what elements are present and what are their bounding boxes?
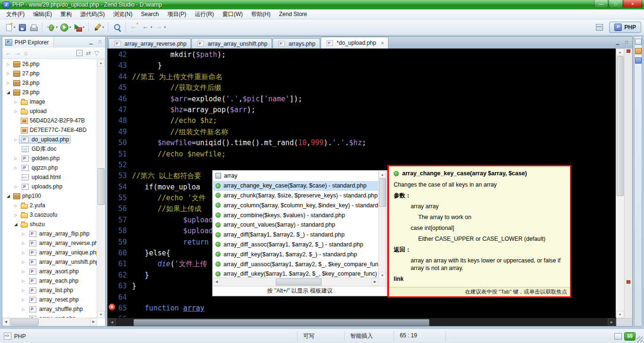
scroll-left-icon[interactable]: ◀ — [213, 278, 220, 286]
editor-tab[interactable]: *do_upload.php× — [321, 37, 389, 49]
autocomplete-item[interactable]: array_diff_key($array1, $array2, $_) - s… — [213, 249, 379, 259]
scroll-up-icon[interactable]: ▲ — [379, 171, 386, 178]
menu-item[interactable]: 运行(R) — [190, 9, 218, 19]
tree-item[interactable]: ▷array_asort.php — [2, 267, 97, 276]
tree-item[interactable]: ▷array_each.php — [2, 276, 97, 286]
autocomplete-item[interactable]: array — [213, 171, 379, 181]
run-button[interactable]: ▾ — [58, 22, 72, 33]
scroll-down-icon[interactable]: ▼ — [616, 311, 624, 318]
twistie-icon[interactable]: ◢ — [13, 222, 19, 227]
scrollbar-thumb[interactable] — [276, 278, 322, 286]
scroll-right-icon[interactable]: ▶ — [372, 278, 379, 286]
dropdown-caret-icon[interactable]: ▾ — [164, 25, 166, 29]
maximize-window-button[interactable]: □ — [609, 0, 623, 8]
tree-item[interactable]: ▷array_list.php — [2, 286, 97, 295]
forward-button[interactable]: ▾ — [153, 22, 167, 33]
home-icon[interactable]: ⌂ — [24, 49, 28, 57]
status-badge[interactable]: 69 — [624, 332, 636, 341]
menu-item[interactable]: 帮助(H) — [247, 9, 275, 19]
tree-item[interactable]: ▷array_array_unique.php — [2, 248, 97, 257]
twistie-icon[interactable]: ◢ — [5, 90, 11, 95]
tree-item[interactable]: ◢shuzu — [2, 220, 97, 229]
twistie-icon[interactable]: ▷ — [13, 185, 19, 189]
twistie-icon[interactable]: ▷ — [13, 204, 19, 208]
scroll-up-icon[interactable]: ▲ — [616, 49, 624, 56]
tree-item[interactable]: 56D4D2A2-B2F9-47B — [2, 116, 97, 125]
tree-item[interactable]: ▷image — [2, 97, 97, 106]
twistie-icon[interactable]: ▷ — [5, 62, 11, 66]
autocomplete-item[interactable]: array_count_values($array) - standard.ph… — [213, 220, 379, 230]
forward-icon[interactable]: → — [15, 49, 21, 57]
scrollbar-thumb[interactable] — [379, 179, 386, 207]
menu-item[interactable]: 浏览(N) — [109, 9, 137, 19]
dropdown-caret-icon[interactable]: ▾ — [14, 25, 16, 29]
pencil-button[interactable]: ▾ — [91, 22, 105, 33]
scroll-right-icon[interactable]: ▶ — [90, 318, 97, 326]
tree-item[interactable]: ▷2.yufa — [2, 201, 97, 210]
tree-item[interactable]: ▷array_array_unshift.php — [2, 257, 97, 267]
tree-item[interactable]: ▷uploads.php — [2, 182, 97, 191]
tree-item[interactable]: ▷upload — [2, 106, 97, 116]
tree-item[interactable]: ▷array_array_reverse.php — [2, 238, 97, 248]
autocomplete-item[interactable]: array_change_key_case($array, $case) - s… — [213, 181, 379, 191]
autocomplete-horizontal-scrollbar[interactable]: ◀ ▶ — [213, 278, 379, 286]
twistie-icon[interactable]: ▷ — [13, 109, 19, 114]
autocomplete-item[interactable]: array_diff_uassoc($array1, $array2, $_, … — [213, 259, 379, 269]
twistie-icon[interactable]: ▷ — [13, 166, 19, 170]
scroll-down-icon[interactable]: ▼ — [97, 311, 105, 318]
autocomplete-item[interactable]: array_diff($array1, $array2, $_) - stand… — [213, 230, 379, 240]
close-tab-icon[interactable]: × — [381, 40, 384, 46]
link-with-editor-icon[interactable]: ⇄ — [86, 49, 91, 57]
minimize-editor-icon[interactable]: ▁ — [614, 39, 621, 45]
menu-item[interactable]: 窗口(W) — [218, 9, 247, 19]
tree-item[interactable]: ◢php100 — [2, 191, 97, 201]
scrollbar-thumb[interactable] — [617, 56, 624, 196]
menu-item[interactable]: 重构 — [56, 9, 76, 19]
php-perspective-button[interactable]: PHP — [609, 22, 641, 33]
twistie-icon[interactable]: ▷ — [5, 81, 11, 85]
minimized-outline-view-icon[interactable] — [635, 48, 642, 54]
twistie-icon[interactable]: ▷ — [13, 100, 19, 104]
tree-item[interactable]: ▷28.php — [2, 78, 97, 88]
tree-item[interactable]: DE7EE77C-74E8-4BD — [2, 125, 97, 135]
autocomplete-item[interactable]: array_diff_assoc($array1, $array2, $_) -… — [213, 240, 379, 250]
tree-item[interactable]: ▷27.php — [2, 69, 97, 78]
scroll-left-icon[interactable]: ◀ — [108, 318, 116, 326]
tree-item[interactable]: upload.html — [2, 172, 97, 182]
search-button[interactable] — [111, 22, 123, 33]
autocomplete-item[interactable]: array_chunk($array, $size, $preserve_key… — [213, 191, 379, 201]
scrollbar-thumb[interactable] — [98, 168, 105, 205]
dropdown-caret-icon[interactable]: ▾ — [83, 25, 85, 29]
twistie-icon[interactable]: ◢ — [5, 194, 11, 198]
menu-item[interactable]: 源代码(S) — [76, 9, 109, 19]
tree-item[interactable]: ▷qqzzn.php — [2, 163, 97, 172]
minimize-window-button[interactable]: — — [594, 0, 608, 8]
dropdown-caret-icon[interactable]: ▾ — [56, 25, 58, 29]
menu-item[interactable]: 项目(P) — [163, 9, 190, 19]
tree-item[interactable]: ▷array_reset.php — [2, 295, 97, 304]
menu-item[interactable]: Zend Store — [275, 10, 311, 18]
tree-item[interactable]: ▷array_shuffle.php — [2, 304, 97, 314]
editor-vertical-scrollbar[interactable]: ▲ ▼ — [616, 49, 624, 318]
maximize-editor-icon[interactable]: □ — [623, 39, 630, 45]
twistie-icon[interactable]: ▷ — [20, 241, 26, 245]
resize-grip-icon[interactable] — [637, 336, 643, 343]
error-overview-mark[interactable] — [627, 49, 630, 53]
collapse-all-icon[interactable]: − — [76, 50, 83, 56]
close-window-button[interactable]: × — [623, 0, 642, 8]
dropdown-caret-icon[interactable]: ▾ — [69, 25, 71, 29]
twistie-icon[interactable]: ▷ — [20, 260, 26, 264]
tree-item[interactable]: ◢29.php — [2, 88, 97, 97]
error-overview-mark[interactable] — [627, 280, 630, 284]
tree-item[interactable]: ▷array_array_flip.php — [2, 229, 97, 238]
autocomplete-item[interactable]: array_combine($keys, $values) - standard… — [213, 210, 379, 220]
tree-item[interactable]: ▷3.caozuofu — [2, 210, 97, 220]
twistie-icon[interactable]: ▷ — [20, 232, 26, 236]
php-explorer-tab[interactable]: PHP Explorer — [2, 37, 54, 48]
maximize-view-icon[interactable]: □ — [97, 39, 103, 45]
editor-tab[interactable]: array_array_unshift.php — [191, 38, 272, 49]
twistie-icon[interactable]: ▷ — [20, 307, 26, 311]
twistie-icon[interactable]: ▷ — [13, 138, 19, 142]
editor-tab[interactable]: array_array_reverse.php — [108, 38, 191, 49]
twistie-icon[interactable]: ▷ — [20, 251, 26, 255]
